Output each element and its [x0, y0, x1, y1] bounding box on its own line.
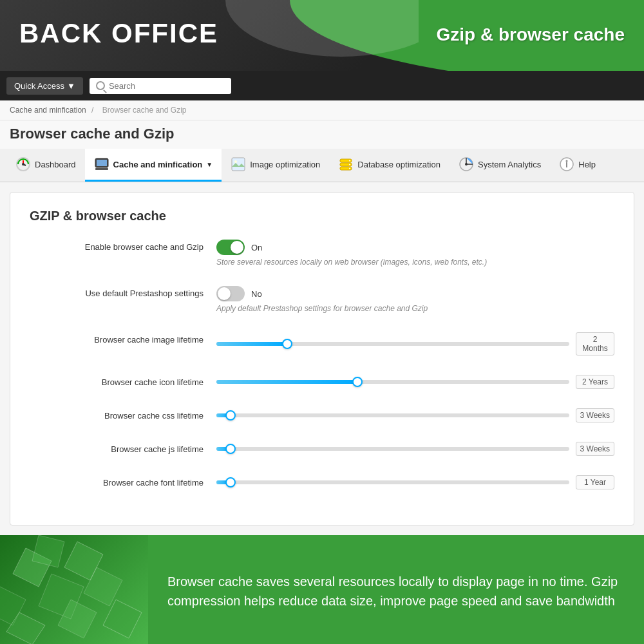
setting-enable-cache-desc: Store several resources locally on web b…	[216, 258, 614, 267]
setting-default-label: Use default Prestashop settings	[30, 286, 216, 298]
setting-icon-control: 2 Years	[216, 375, 614, 389]
svg-point-1	[22, 163, 24, 166]
slider-track-icon	[216, 380, 569, 384]
tab-image-label: Image optimization	[250, 160, 320, 169]
analytics-icon	[459, 156, 474, 172]
cache-icon	[94, 156, 109, 172]
slider-value-icon: 2 Years	[576, 375, 614, 389]
setting-image-control: 2 Months	[216, 332, 614, 355]
tab-cache-dropdown-icon: ▼	[206, 161, 213, 168]
main-content: GZIP & browser cache Enable browser cach…	[0, 182, 644, 535]
svg-rect-3	[97, 160, 107, 166]
bottom-info: Browser cache saves several resources lo…	[148, 535, 644, 644]
toggle-enable-cache[interactable]	[216, 240, 245, 255]
chevron-down-icon: ▼	[67, 81, 75, 91]
tab-database[interactable]: Database optimization	[329, 149, 450, 182]
tab-help[interactable]: i Help	[550, 149, 605, 182]
svg-point-14	[465, 163, 468, 166]
setting-enable-cache-label: Enable browser cache and Gzip	[30, 240, 216, 252]
header: BACK OFFICE Gzip & browser cache	[0, 0, 644, 71]
svg-rect-5	[232, 158, 245, 171]
toggle-knob-enable	[231, 241, 243, 254]
search-input[interactable]	[109, 81, 225, 91]
setting-default-desc: Apply default Prestashop settings for br…	[216, 304, 614, 313]
toggle-default[interactable]	[216, 286, 245, 301]
slider-thumb-image[interactable]	[282, 339, 292, 349]
quick-access-button[interactable]: Quick Access ▼	[6, 77, 83, 95]
slider-row-js: 3 Weeks	[216, 442, 614, 456]
setting-default-prestashop: Use default Prestashop settings No Apply…	[30, 286, 614, 318]
dashboard-icon	[15, 156, 31, 172]
setting-image-lifetime: Browser cache image lifetime 2 Months	[30, 332, 614, 361]
tab-cache[interactable]: Cache and minfication ▼	[85, 149, 222, 182]
setting-js-control: 3 Weeks	[216, 442, 614, 456]
diamond-decoration	[0, 535, 148, 644]
tab-analytics[interactable]: System Analytics	[450, 149, 550, 182]
app-title: BACK OFFICE	[19, 18, 218, 49]
slider-row-image: 2 Months	[216, 332, 614, 355]
tab-image[interactable]: Image optimization	[222, 149, 329, 182]
setting-js-lifetime: Browser cache js lifetime 3 Weeks	[30, 442, 614, 461]
slider-row-icon: 2 Years	[216, 375, 614, 389]
setting-font-lifetime: Browser cache font lifetime 1 Year	[30, 475, 614, 495]
tab-dashboard[interactable]: Dashboard	[6, 149, 85, 182]
setting-icon-label: Browser cache icon lifetime	[30, 375, 216, 387]
svg-point-6	[234, 160, 237, 163]
help-icon: i	[559, 156, 574, 172]
setting-js-label: Browser cache js lifetime	[30, 442, 216, 454]
slider-track-js	[216, 447, 569, 451]
bottom-decoration	[0, 535, 148, 644]
setting-enable-cache: Enable browser cache and Gzip On Store s…	[30, 240, 614, 272]
setting-default-control: No Apply default Prestashop settings for…	[216, 286, 614, 313]
slider-track-css	[216, 413, 569, 417]
tab-analytics-label: System Analytics	[478, 160, 541, 169]
slider-thumb-css[interactable]	[225, 410, 236, 421]
tab-help-label: Help	[578, 160, 596, 169]
image-icon	[231, 156, 246, 172]
slider-thumb-js[interactable]	[225, 444, 236, 454]
search-icon	[96, 81, 105, 90]
setting-css-label: Browser cache css lifetime	[30, 408, 216, 421]
setting-font-control: 1 Year	[216, 475, 614, 489]
slider-track-font	[216, 480, 569, 484]
setting-font-label: Browser cache font lifetime	[30, 475, 216, 488]
toggle-row-default: No	[216, 286, 614, 301]
slider-value-font: 1 Year	[576, 475, 614, 489]
setting-icon-lifetime: Browser cache icon lifetime 2 Years	[30, 375, 614, 394]
breadcrumb: Cache and minfication / Browser cache an…	[0, 100, 644, 120]
tab-dashboard-label: Dashboard	[35, 160, 76, 169]
slider-value-image: 2 Months	[576, 332, 614, 355]
svg-point-18	[566, 160, 568, 162]
page-header-subtitle: Gzip & browser cache	[436, 24, 625, 45]
breadcrumb-parent[interactable]: Cache and minfication	[10, 106, 86, 115]
svg-rect-4	[95, 168, 108, 170]
quick-access-label: Quick Access	[14, 81, 64, 91]
page-title: Browser cache and Gzip	[0, 120, 644, 149]
toggle-label-enable: On	[251, 243, 262, 252]
slider-fill-icon	[216, 380, 357, 384]
slider-value-css: 3 Weeks	[576, 408, 614, 422]
slider-track-image	[216, 342, 569, 346]
slider-row-font: 1 Year	[216, 475, 614, 489]
toggle-label-default: No	[251, 289, 262, 299]
card-title: GZIP & browser cache	[30, 209, 614, 223]
slider-thumb-icon[interactable]	[352, 377, 363, 387]
tab-cache-label: Cache and minfication	[113, 160, 203, 169]
bottom-section: Browser cache saves several resources lo…	[0, 535, 644, 644]
setting-image-label: Browser cache image lifetime	[30, 332, 216, 345]
toggle-row-enable: On	[216, 240, 614, 255]
slider-fill-image	[216, 342, 287, 346]
tab-database-label: Database optimization	[357, 160, 440, 169]
navbar: Quick Access ▼	[0, 71, 644, 100]
slider-value-js: 3 Weeks	[576, 442, 614, 456]
breadcrumb-separator: /	[91, 106, 96, 115]
setting-css-control: 3 Weeks	[216, 408, 614, 422]
svg-point-10	[349, 160, 350, 162]
database-icon	[338, 156, 354, 172]
slider-row-css: 3 Weeks	[216, 408, 614, 422]
settings-card: GZIP & browser cache Enable browser cach…	[10, 192, 634, 526]
toggle-knob-default	[218, 287, 231, 300]
search-container	[90, 78, 231, 94]
slider-thumb-font[interactable]	[225, 477, 236, 488]
bottom-info-text: Browser cache saves several resources lo…	[167, 572, 625, 611]
